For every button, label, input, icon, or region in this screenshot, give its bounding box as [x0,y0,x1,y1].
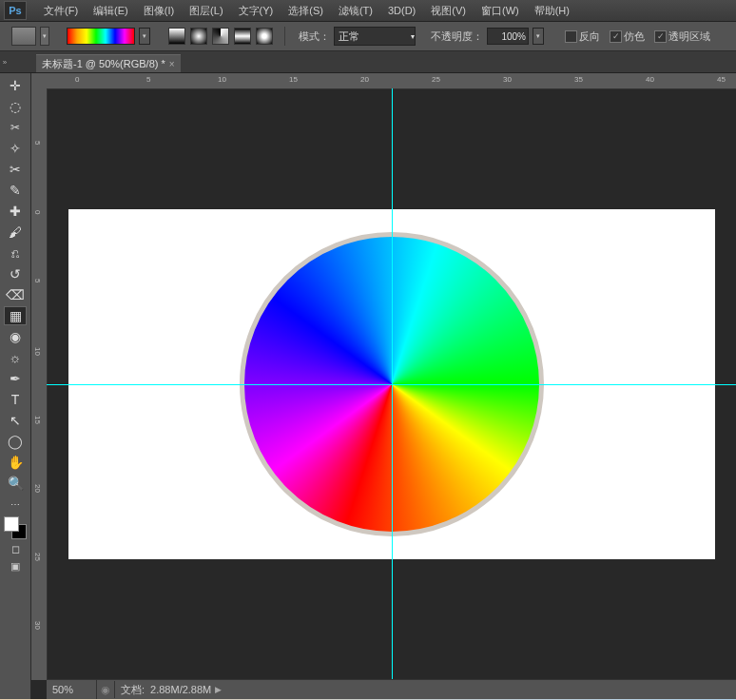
doc-size-label: 文档: [115,683,150,697]
document-tab[interactable]: 未标题-1 @ 50%(RGB/8) * × [36,54,181,72]
ruler-tick: 10 [218,75,226,84]
gradient-picker-dropdown[interactable]: ▾ [139,28,150,45]
pen-tool-icon[interactable]: ✒ [4,369,27,388]
brush-tool-icon[interactable]: 🖌 [4,223,27,242]
doc-size-value: 2.88M/2.88M [150,684,211,695]
gradient-radial-icon[interactable] [190,28,207,45]
menu-window[interactable]: 窗口(W) [474,4,527,18]
gradient-reflected-icon[interactable] [234,28,251,45]
lasso-tool-icon[interactable]: ✂ [4,118,27,137]
hand-tool-icon[interactable]: ✋ [4,453,27,472]
quickmask-icon[interactable]: ◻ [6,541,25,556]
options-bar: ▾ ▾ 模式： 正常▾ 不透明度： 100% ▾ 反向 仿色 透明区域 [0,22,736,51]
ruler-tick: 25 [33,553,42,561]
blur-tool-icon[interactable]: ◉ [4,327,27,346]
stamp-tool-icon[interactable]: ⎌ [4,243,27,262]
ruler-tick: 20 [33,484,42,493]
opacity-label: 不透明度： [431,29,483,44]
screenmode-icon[interactable]: ▣ [6,558,25,574]
transparency-checkbox[interactable]: 透明区域 [654,29,710,44]
tool-palette: ✛ ◌ ✂ ✧ ✂ ✎ ✚ 🖌 ⎌ ↺ ⌫ ▦ ◉ ☼ ✒ T ↖ ◯ ✋ 🔍 … [0,73,31,699]
ruler-tick: 30 [503,75,512,84]
shape-tool-icon[interactable]: ◯ [4,432,27,451]
menu-layer[interactable]: 图层(L) [182,4,230,18]
gradient-diamond-icon[interactable] [256,28,273,45]
transparency-label: 透明区域 [668,29,710,44]
gradient-preview[interactable] [67,28,135,45]
menu-file[interactable]: 文件(F) [36,4,86,18]
dither-checkbox[interactable]: 仿色 [610,29,645,44]
blend-mode-select[interactable]: 正常▾ [334,27,416,46]
menu-bar: Ps 文件(F) 编辑(E) 图像(I) 图层(L) 文字(Y) 选择(S) 滤… [0,0,736,22]
blend-mode-value: 正常 [339,29,359,44]
dodge-tool-icon[interactable]: ☼ [4,348,27,367]
menu-filter[interactable]: 滤镜(T) [331,4,380,18]
horizontal-ruler[interactable]: 0 5 10 15 20 25 30 35 40 45 [47,73,736,89]
gradient-angle-icon[interactable] [212,28,229,45]
zoom-input[interactable]: 50% [47,680,97,699]
eraser-tool-icon[interactable]: ⌫ [4,285,27,304]
ruler-tick: 5 [146,75,150,84]
ruler-tick: 35 [574,75,583,84]
ruler-tick: 15 [33,416,42,424]
menu-help[interactable]: 帮助(H) [527,4,577,18]
menu-image[interactable]: 图像(I) [136,4,182,18]
tool-swatch-dropdown[interactable]: ▾ [40,27,49,46]
reverse-checkbox[interactable]: 反向 [565,29,600,44]
reverse-label: 反向 [579,29,600,44]
horizontal-guide[interactable] [47,384,736,385]
marquee-tool-icon[interactable]: ◌ [4,97,27,116]
mode-label: 模式： [299,29,330,44]
expand-toolbar-button[interactable]: » [0,51,10,72]
crop-tool-icon[interactable]: ✂ [4,160,27,179]
document-tab-title: 未标题-1 @ 50%(RGB/8) * [42,57,165,71]
edit-toolbar-icon[interactable]: ⋯ [4,495,27,514]
status-sync-icon[interactable]: ◉ [97,681,115,698]
ps-logo: Ps [4,1,27,20]
vertical-ruler[interactable]: 5 0 5 10 15 20 25 30 [31,88,48,680]
tab-close-icon[interactable]: × [169,59,175,69]
move-tool-icon[interactable]: ✛ [4,76,27,95]
opacity-dropdown[interactable]: ▾ [533,28,544,45]
status-menu-arrow-icon[interactable]: ▶ [215,685,222,694]
menu-type[interactable]: 文字(Y) [231,4,281,18]
ruler-tick: 20 [360,75,369,84]
menu-view[interactable]: 视图(V) [423,4,474,18]
ruler-tick: 15 [289,75,298,84]
ruler-tick: 10 [33,347,42,356]
menu-3d[interactable]: 3D(D) [380,5,423,16]
history-brush-tool-icon[interactable]: ↺ [4,264,27,283]
menu-select[interactable]: 选择(S) [281,4,331,18]
heal-tool-icon[interactable]: ✚ [4,202,27,221]
foreground-background-swatch[interactable] [4,516,27,539]
eyedropper-tool-icon[interactable]: ✎ [4,181,27,200]
gradient-linear-icon[interactable] [168,28,185,45]
ruler-tick: 0 [75,75,79,84]
ruler-tick: 40 [646,75,654,84]
wand-tool-icon[interactable]: ✧ [4,139,27,158]
ruler-tick: 25 [432,75,440,84]
ruler-tick: 5 [33,279,42,282]
active-tool-swatch[interactable] [11,27,36,46]
ruler-tick: 5 [33,141,42,145]
dither-label: 仿色 [624,29,645,44]
ruler-tick: 45 [717,75,726,84]
menu-edit[interactable]: 编辑(E) [86,4,136,18]
chevron-down-icon: ▾ [411,32,415,41]
ruler-origin[interactable] [31,73,48,89]
ruler-tick: 30 [33,621,42,630]
zoom-tool-icon[interactable]: 🔍 [4,474,27,493]
canvas-area: 0 5 10 15 20 25 30 35 40 45 5 0 5 10 15 … [31,73,736,699]
ruler-tick: 0 [33,210,42,214]
document-tab-bar: 未标题-1 @ 50%(RGB/8) * × [0,51,736,73]
opacity-input[interactable]: 100% [487,28,529,45]
gradient-tool-icon[interactable]: ▦ [4,306,27,325]
type-tool-icon[interactable]: T [4,390,27,409]
status-bar: 50% ◉ 文档: 2.88M/2.88M ▶ [47,679,736,699]
path-select-tool-icon[interactable]: ↖ [4,411,27,430]
